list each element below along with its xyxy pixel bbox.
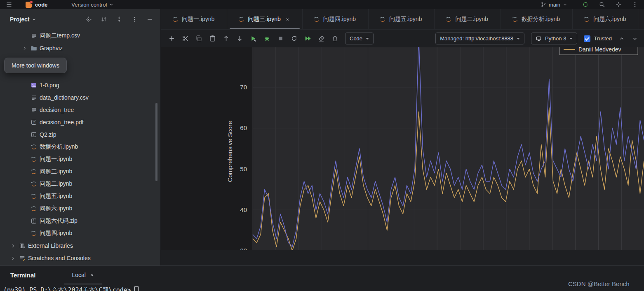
- clear-outputs-icon[interactable]: [316, 33, 327, 44]
- topbar-right-group: main: [541, 0, 639, 9]
- tree-item[interactable]: ?decision_tree.pdf: [0, 116, 160, 128]
- file-lines-icon: [31, 33, 37, 39]
- chevron-down-icon: [517, 38, 520, 40]
- svg-text:30: 30: [240, 247, 247, 250]
- tree-item[interactable]: 数据分析.ipynb: [0, 141, 160, 153]
- chevron-right-icon[interactable]: [9, 243, 16, 249]
- copy-cell-icon[interactable]: [193, 33, 204, 44]
- branch-widget[interactable]: main: [541, 2, 567, 8]
- tree-item[interactable]: Graphviz: [0, 42, 160, 54]
- close-tab-icon[interactable]: [285, 17, 290, 22]
- tree-item-label: decision_tree: [40, 107, 74, 113]
- terminal-prompt[interactable]: (py39) PS D:\竞赛\2024美赛\C题\code>: [3, 286, 139, 291]
- hide-panel-icon[interactable]: [146, 15, 154, 23]
- project-panel-actions: [85, 15, 154, 23]
- search-icon[interactable]: [598, 0, 606, 9]
- tree-item[interactable]: 1-0.png: [0, 79, 160, 91]
- cut-cell-icon[interactable]: [180, 33, 190, 44]
- editor-tab[interactable]: 问题四.ipynb: [303, 9, 369, 29]
- paste-cell-icon[interactable]: [207, 33, 218, 44]
- svg-text:Daniil Medvedev: Daniil Medvedev: [578, 47, 621, 53]
- sidebar-scrollbar[interactable]: [155, 103, 157, 181]
- editor-tab[interactable]: 问题三.ipynb: [227, 9, 302, 29]
- move-cell-down-icon[interactable]: [234, 33, 245, 44]
- tree-item[interactable]: 问题三.ipynb: [0, 165, 160, 178]
- hamburger-menu-icon[interactable]: [5, 0, 13, 9]
- delete-cell-icon[interactable]: [329, 33, 340, 44]
- ide-window: code Version control main Project: [0, 0, 644, 291]
- chevron-right-icon[interactable]: [21, 46, 28, 51]
- tree-item[interactable]: 问题二.ipynb: [0, 178, 160, 190]
- panel-options-icon[interactable]: [130, 15, 139, 23]
- tree-item[interactable]: 问题六代码.zip: [0, 215, 160, 227]
- project-panel-title: Project: [10, 16, 29, 23]
- terminal-tab-label: Local: [72, 272, 85, 278]
- debug-cell-icon[interactable]: [261, 33, 272, 44]
- tree-item-label: 问题三.ipynb: [40, 168, 72, 175]
- jupyter-toolbar: Code Managed: http://localhost:8888 Pyth…: [161, 30, 644, 47]
- tree-item-label: 问题二.ipynb: [40, 180, 72, 188]
- tree-item[interactable]: Scratches and Consoles: [0, 252, 160, 264]
- tree-item-label: 问题六代码.zip: [40, 217, 78, 225]
- kernel-dropdown[interactable]: Python 3: [531, 33, 577, 44]
- settings-gear-icon[interactable]: [614, 0, 623, 9]
- restart-kernel-icon[interactable]: [289, 33, 299, 44]
- tab-label: 问题四.ipynb: [323, 16, 356, 23]
- terminal-header: Terminal Local: [0, 266, 644, 284]
- zip-icon: [31, 218, 37, 224]
- unknown-icon: ?: [31, 119, 37, 126]
- project-tool-window: Project 问题二temp.csvGraphvizimg1-0.pngdat…: [0, 9, 161, 265]
- project-widget[interactable]: code: [35, 2, 47, 8]
- tree-item[interactable]: 问题四.ipynb: [0, 227, 160, 240]
- next-cell-icon[interactable]: [631, 35, 639, 43]
- editor-area: 问题一.ipynb问题三.ipynb问题四.ipynb问题五.ipynb问题二.…: [161, 9, 644, 265]
- tree-item[interactable]: 问题五.ipynb: [0, 190, 160, 203]
- update-project-icon[interactable]: [581, 0, 590, 9]
- tree-item-label: data_dictionary.csv: [40, 94, 89, 101]
- tree-item-label: Graphviz: [40, 45, 63, 51]
- tree-item[interactable]: 问题六.ipynb: [0, 203, 160, 215]
- terminal-tab-local[interactable]: Local: [68, 266, 97, 284]
- tab-label: 问题二.ipynb: [455, 16, 488, 23]
- tree-item[interactable]: 问题二temp.csv: [0, 30, 160, 42]
- editor-tab[interactable]: 问题五.ipynb: [369, 9, 435, 29]
- tree-item[interactable]: decision_tree: [0, 104, 160, 116]
- app-logo-icon[interactable]: [26, 2, 32, 8]
- trusted-checkbox[interactable]: [584, 35, 590, 42]
- jupyter-server-dropdown[interactable]: Managed: http://localhost:8888: [435, 33, 524, 44]
- more-options-icon[interactable]: [631, 0, 639, 9]
- tree-item[interactable]: Q2.zip: [0, 128, 160, 141]
- project-view-dropdown[interactable]: Project: [10, 16, 37, 23]
- collapse-all-icon[interactable]: [115, 15, 123, 23]
- sort-icon[interactable]: [100, 15, 108, 23]
- version-control-menu[interactable]: Version control: [71, 2, 114, 8]
- add-cell-icon[interactable]: [166, 33, 177, 44]
- tree-item[interactable]: data_dictionary.csv: [0, 91, 160, 104]
- tree-item[interactable]: External Libraries: [0, 240, 160, 252]
- locate-file-icon[interactable]: [85, 15, 93, 23]
- svg-text:70: 70: [240, 84, 247, 91]
- close-icon[interactable]: [90, 273, 94, 277]
- move-cell-up-icon[interactable]: [221, 33, 231, 44]
- editor-tab[interactable]: 问题六.ipynb: [573, 9, 639, 29]
- editor-tab[interactable]: 问题二.ipynb: [435, 9, 501, 29]
- editor-tab[interactable]: 数据分析.ipynb: [501, 9, 573, 29]
- cell-type-value: Code: [350, 35, 362, 42]
- zip-icon: [31, 131, 37, 138]
- tree-item[interactable]: 问题一.ipynb: [0, 153, 160, 165]
- cell-type-dropdown[interactable]: Code: [345, 33, 374, 44]
- tab-label: 问题三.ipynb: [248, 16, 280, 23]
- run-cell-icon[interactable]: [248, 33, 259, 44]
- terminal-title[interactable]: Terminal: [10, 272, 35, 279]
- interrupt-kernel-icon[interactable]: [275, 33, 286, 44]
- run-all-cells-icon[interactable]: [302, 33, 313, 44]
- tree-item-label: 问题六.ipynb: [40, 205, 72, 212]
- editor-tab[interactable]: 问题一.ipynb: [161, 9, 227, 29]
- previous-cell-icon[interactable]: [618, 35, 626, 43]
- score-line-chart: 3040506070Comprehensive ScoreDaniil Medv…: [161, 47, 644, 250]
- notebook-icon: [31, 168, 37, 175]
- editor-tab-bar: 问题一.ipynb问题三.ipynb问题四.ipynb问题五.ipynb问题二.…: [161, 9, 644, 30]
- chevron-right-icon[interactable]: [9, 256, 16, 261]
- chevron-down-icon: [366, 38, 369, 40]
- tree-item-label: 1-0.png: [40, 82, 59, 88]
